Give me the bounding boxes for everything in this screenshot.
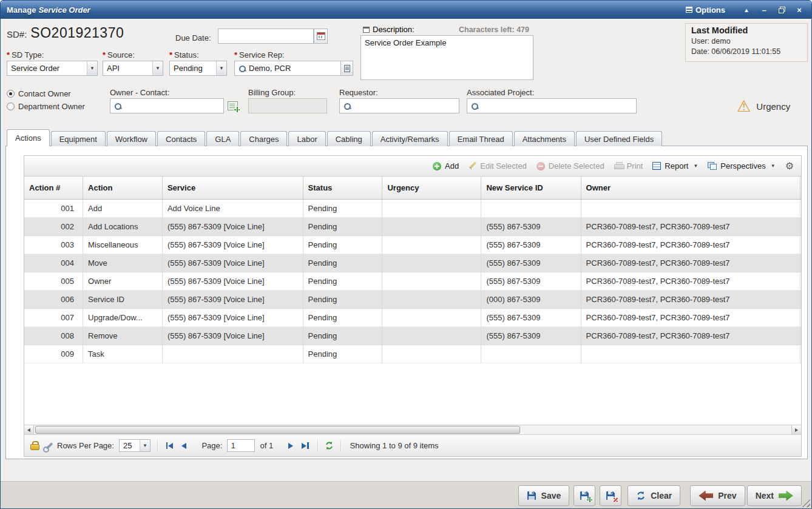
column-header[interactable]: Owner bbox=[581, 177, 800, 199]
grid-row[interactable]: 001AddAdd Voice LinePending2018.1 R bbox=[24, 199, 801, 217]
grid-cell[interactable] bbox=[382, 290, 481, 308]
grid-cell[interactable] bbox=[382, 217, 481, 235]
grid-cell[interactable]: (555) 867-5309 [Voice Line] bbox=[162, 308, 303, 326]
grid-cell[interactable]: PCR360-7089-test7, PCR360-7089-test7 bbox=[581, 254, 800, 272]
grid-cell[interactable]: (000) 867-5309 bbox=[481, 290, 581, 308]
grid-cell[interactable]: Owner bbox=[83, 272, 163, 290]
grid-cell[interactable]: Remove bbox=[83, 326, 163, 345]
tab-gla[interactable]: GLA bbox=[206, 131, 239, 146]
grid-cell[interactable]: 009 bbox=[24, 345, 83, 363]
tab-cabling[interactable]: Cabling bbox=[327, 131, 371, 146]
tab-actions[interactable]: Actions bbox=[7, 129, 50, 146]
contact-owner-radio[interactable]: Contact Owner bbox=[7, 89, 71, 98]
grid-row[interactable]: 007Upgrade/Dow...(555) 867-5309 [Voice L… bbox=[24, 308, 801, 326]
grid-cell[interactable]: 004 bbox=[24, 254, 83, 272]
horizontal-scrollbar[interactable] bbox=[24, 425, 801, 434]
tab-equipment[interactable]: Equipment bbox=[51, 131, 106, 146]
grid-cell[interactable]: (555) 867-5309 [Voice Line] bbox=[162, 272, 303, 290]
associated-project-input[interactable] bbox=[467, 98, 637, 113]
grid-cell[interactable] bbox=[382, 235, 481, 254]
minimize-button[interactable]: – bbox=[758, 4, 770, 15]
grid-row[interactable]: 008Remove(555) 867-5309 [Voice Line]Pend… bbox=[24, 326, 801, 345]
save-and-close-button[interactable] bbox=[600, 485, 621, 506]
tab-attachments[interactable]: Attachments bbox=[514, 131, 575, 146]
urgency-indicator[interactable]: ⚠ Urgency bbox=[737, 98, 790, 114]
column-header[interactable]: New Service ID bbox=[481, 177, 581, 199]
save-button[interactable]: Save bbox=[518, 485, 570, 506]
scroll-right-button[interactable] bbox=[791, 425, 801, 434]
grid-cell[interactable]: 2018.1 R bbox=[800, 254, 801, 272]
grid-cell[interactable] bbox=[162, 345, 303, 363]
grid-cell[interactable]: Upgrade/Dow... bbox=[83, 308, 163, 326]
add-contact-button[interactable] bbox=[228, 101, 238, 110]
save-and-new-button[interactable] bbox=[573, 485, 595, 506]
delete-selected-button[interactable]: Delete Selected bbox=[536, 161, 604, 170]
close-button[interactable]: × bbox=[793, 4, 805, 15]
grid-cell[interactable]: 2018.1 R bbox=[800, 272, 801, 290]
grid-cell[interactable] bbox=[481, 345, 581, 363]
grid-cell[interactable]: PCR360-7089-test7, PCR360-7089-test7 bbox=[581, 308, 800, 326]
service-rep-picker-button[interactable] bbox=[340, 61, 353, 75]
grid-cell[interactable]: 2018.1 R bbox=[800, 308, 801, 326]
grid-cell[interactable]: (555) 867-5309 bbox=[481, 254, 581, 272]
grid-cell[interactable]: Pending bbox=[303, 326, 382, 345]
grid-cell[interactable]: PCR360-7089-test7, PCR360-7089-test7 bbox=[581, 235, 800, 254]
grid-cell[interactable]: 2018.1 R bbox=[800, 326, 801, 345]
grid-cell[interactable]: 007 bbox=[24, 308, 83, 326]
grid-cell[interactable]: 2018.1 R bbox=[800, 217, 801, 235]
grid-row[interactable]: 009TaskPending bbox=[24, 345, 801, 363]
column-header[interactable]: Service bbox=[162, 177, 303, 199]
requestor-input[interactable] bbox=[339, 98, 459, 113]
due-date-input[interactable] bbox=[218, 29, 314, 44]
grid-cell[interactable]: Pending bbox=[303, 290, 382, 308]
grid-cell[interactable]: (555) 867-5309 bbox=[481, 326, 581, 345]
grid-cell[interactable]: Add Locations bbox=[83, 217, 163, 235]
grid-cell[interactable]: (555) 867-5309 bbox=[481, 308, 581, 326]
restore-button[interactable] bbox=[776, 4, 788, 15]
grid-cell[interactable]: PCR360-7089-test7, PCR360-7089-test7 bbox=[581, 272, 800, 290]
clear-button[interactable]: Clear bbox=[628, 485, 680, 506]
rows-per-page-select[interactable]: 25 ▼ bbox=[119, 439, 151, 452]
print-button[interactable]: Print bbox=[614, 161, 643, 170]
column-header[interactable]: Action bbox=[83, 177, 163, 199]
column-header[interactable]: Location bbox=[800, 177, 801, 199]
grid-row[interactable]: 003Miscellaneous(555) 867-5309 [Voice Li… bbox=[24, 235, 801, 254]
grid-cell[interactable]: 2018.1 R bbox=[800, 235, 801, 254]
grid-cell[interactable] bbox=[581, 345, 800, 363]
description-textarea[interactable]: Service Order Example bbox=[360, 35, 533, 80]
tab-contacts[interactable]: Contacts bbox=[157, 131, 205, 146]
grid-cell[interactable]: Add bbox=[83, 199, 163, 217]
grid-cell[interactable]: Pending bbox=[303, 308, 382, 326]
prev-page-button[interactable] bbox=[180, 443, 188, 449]
grid-cell[interactable]: 2018.1 R bbox=[800, 199, 801, 217]
title-bar[interactable]: ManageService Order Options ▴ – × bbox=[1, 1, 811, 19]
grid-cell[interactable]: 003 bbox=[24, 235, 83, 254]
grid-settings-button[interactable]: ⚙ bbox=[785, 161, 794, 171]
grid-cell[interactable]: (555) 867-5309 [Voice Line] bbox=[162, 217, 303, 235]
first-page-button[interactable] bbox=[164, 442, 175, 449]
grid-cell[interactable] bbox=[382, 199, 481, 217]
grid-cell[interactable] bbox=[382, 326, 481, 345]
next-page-button[interactable] bbox=[286, 443, 295, 449]
tab-user-defined-fields[interactable]: User Defined Fields bbox=[576, 131, 662, 146]
column-header[interactable]: Action # bbox=[24, 177, 83, 199]
grid-cell[interactable]: 006 bbox=[24, 290, 83, 308]
grid-cell[interactable] bbox=[382, 345, 481, 363]
grid-cell[interactable] bbox=[800, 345, 801, 363]
source-select[interactable]: API ▼ bbox=[103, 61, 163, 76]
lock-icon[interactable] bbox=[30, 441, 38, 450]
grid-cell[interactable]: 001 bbox=[24, 199, 83, 217]
edit-selected-button[interactable]: Edit Selected bbox=[469, 161, 527, 170]
grid-cell[interactable]: (555) 867-5309 bbox=[481, 272, 581, 290]
add-button[interactable]: Add bbox=[433, 161, 459, 170]
grid-cell[interactable]: (555) 867-5309 bbox=[481, 217, 581, 235]
grid-cell[interactable]: 008 bbox=[24, 326, 83, 345]
grid-cell[interactable]: PCR360-7089-test7, PCR360-7089-test7 bbox=[581, 290, 800, 308]
grid-cell[interactable]: Add Voice Line bbox=[162, 199, 303, 217]
grid-cell[interactable] bbox=[481, 199, 581, 217]
grid-cell[interactable]: (555) 867-5309 [Voice Line] bbox=[162, 254, 303, 272]
grid-cell[interactable]: 002 bbox=[24, 217, 83, 235]
grid-cell[interactable]: (555) 867-5309 [Voice Line] bbox=[162, 235, 303, 254]
report-button[interactable]: Report ▼ bbox=[652, 161, 698, 170]
scrollbar-track[interactable] bbox=[34, 425, 791, 434]
